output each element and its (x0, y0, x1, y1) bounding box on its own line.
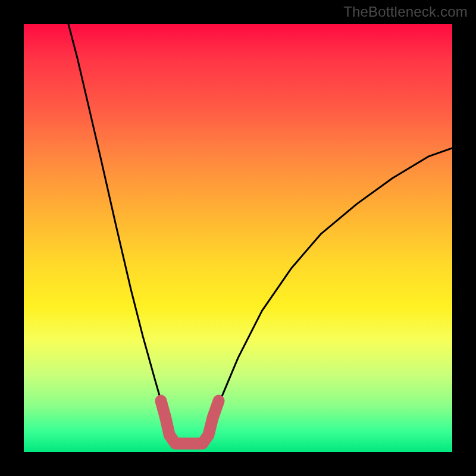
plot-area (24, 24, 452, 452)
chart-frame: TheBottleneck.com (0, 0, 476, 476)
optimal-range-marker (161, 401, 218, 444)
watermark-text: TheBottleneck.com (343, 4, 468, 20)
chart-svg (24, 24, 452, 452)
bottleneck-curve (68, 24, 452, 444)
